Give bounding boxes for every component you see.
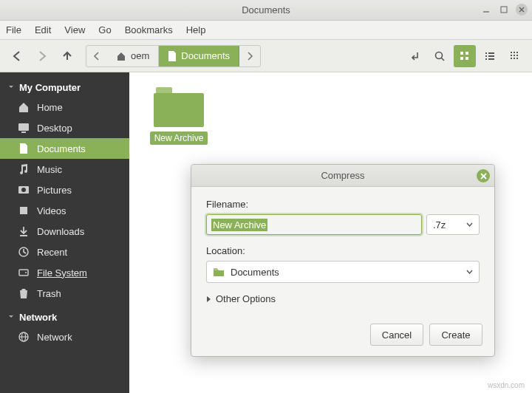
menu-help[interactable]: Help xyxy=(186,24,206,35)
sidebar-item-label: Videos xyxy=(37,205,66,216)
sidebar-item-documents[interactable]: Documents xyxy=(0,138,129,159)
up-button[interactable] xyxy=(56,45,78,67)
svg-rect-10 xyxy=(485,52,487,54)
sidebar-item-label: Desktop xyxy=(37,123,72,134)
sidebar-item-label: Documents xyxy=(37,143,86,154)
sidebar-item-label: File System xyxy=(37,267,87,278)
menu-edit[interactable]: Edit xyxy=(35,24,51,35)
svg-rect-13 xyxy=(488,55,494,57)
filename-label: Filename: xyxy=(206,199,480,210)
home-icon xyxy=(18,101,30,113)
sidebar-header-computer[interactable]: My Computer xyxy=(0,78,129,97)
sidebar-item-downloads[interactable]: Downloads xyxy=(0,221,129,242)
sidebar-header-network-label: Network xyxy=(19,312,57,323)
recent-icon xyxy=(18,246,30,258)
location-label: Location: xyxy=(206,245,480,256)
desktop-icon xyxy=(18,122,30,134)
svg-rect-18 xyxy=(516,52,518,53)
filename-input[interactable]: New Archive xyxy=(206,214,422,235)
sidebar-item-music[interactable]: Music xyxy=(0,159,129,180)
path-prev-button[interactable] xyxy=(86,52,107,61)
sidebar-item-home[interactable]: Home xyxy=(0,97,129,117)
chevron-right-icon xyxy=(206,295,211,303)
other-options-expander[interactable]: Other Options xyxy=(206,293,480,304)
menubar: File Edit View Go Bookmarks Help xyxy=(0,21,532,40)
svg-rect-8 xyxy=(460,57,463,60)
search-button[interactable] xyxy=(429,45,451,67)
dialog-close-button[interactable] xyxy=(477,169,490,182)
sidebar-item-label: Trash xyxy=(37,288,61,299)
watermark: wsxdn.com xyxy=(488,381,525,389)
folder-small-icon xyxy=(213,267,225,277)
dialog-titlebar[interactable]: Compress xyxy=(191,165,494,187)
list-view-button[interactable] xyxy=(479,45,501,67)
folder-item[interactable]: New Archive xyxy=(144,87,214,145)
extension-value: .7z xyxy=(433,219,446,230)
svg-rect-31 xyxy=(27,207,29,214)
sidebar-item-pictures[interactable]: Pictures xyxy=(0,180,129,200)
sidebar-item-label: Recent xyxy=(37,247,67,258)
videos-icon xyxy=(18,205,30,216)
dialog-title: Compress xyxy=(321,170,364,181)
path-next-button[interactable] xyxy=(239,52,260,61)
maximize-button[interactable] xyxy=(498,4,510,16)
sidebar-item-recent[interactable]: Recent xyxy=(0,242,129,262)
svg-rect-7 xyxy=(466,52,468,55)
pathbar: oem Documents xyxy=(86,45,261,67)
svg-rect-22 xyxy=(511,58,512,59)
svg-rect-14 xyxy=(485,58,487,60)
back-button[interactable] xyxy=(6,45,28,67)
folder-icon xyxy=(154,87,204,127)
svg-rect-30 xyxy=(18,207,20,214)
menu-file[interactable]: File xyxy=(6,24,21,35)
menu-go[interactable]: Go xyxy=(98,24,111,35)
svg-rect-24 xyxy=(516,58,518,59)
path-seg-current[interactable]: Documents xyxy=(159,46,239,66)
menu-bookmarks[interactable]: Bookmarks xyxy=(125,24,173,35)
icon-view-button[interactable] xyxy=(454,45,476,67)
cancel-button[interactable]: Cancel xyxy=(370,324,423,346)
location-combo[interactable]: Documents xyxy=(206,261,480,283)
toolbar: oem Documents xyxy=(0,40,532,72)
sidebar-item-filesystem[interactable]: File System xyxy=(0,262,129,283)
pictures-icon xyxy=(18,184,30,196)
music-icon xyxy=(18,163,30,175)
extension-combo[interactable]: .7z xyxy=(426,214,480,235)
svg-rect-15 xyxy=(488,58,494,60)
sidebar-item-videos[interactable]: Videos xyxy=(0,200,129,221)
chevron-down-icon xyxy=(466,270,473,274)
window-titlebar: Documents xyxy=(0,0,532,21)
sidebar-item-label: Network xyxy=(37,332,72,343)
svg-rect-21 xyxy=(516,55,518,56)
path-home-label: oem xyxy=(131,50,149,61)
svg-rect-23 xyxy=(514,58,515,59)
sidebar-item-network[interactable]: Network xyxy=(0,327,129,347)
svg-rect-17 xyxy=(514,52,515,53)
sidebar-item-desktop[interactable]: Desktop xyxy=(0,117,129,138)
sidebar-item-label: Downloads xyxy=(37,226,84,237)
svg-rect-20 xyxy=(514,55,515,56)
minimize-button[interactable] xyxy=(480,4,492,16)
forward-button[interactable] xyxy=(31,45,53,67)
compact-view-button[interactable] xyxy=(504,45,526,67)
svg-rect-1 xyxy=(501,7,507,13)
sidebar-item-trash[interactable]: Trash xyxy=(0,283,129,304)
home-icon xyxy=(116,51,126,61)
location-value: Documents xyxy=(231,267,279,278)
svg-point-28 xyxy=(21,188,26,192)
svg-rect-26 xyxy=(21,131,26,133)
create-button[interactable]: Create xyxy=(429,324,482,346)
disk-icon xyxy=(18,267,30,278)
folder-label: New Archive xyxy=(150,131,208,145)
close-button[interactable] xyxy=(516,4,528,16)
menu-view[interactable]: View xyxy=(64,24,85,35)
sidebar-header-network[interactable]: Network xyxy=(0,308,129,327)
svg-rect-33 xyxy=(19,270,28,276)
network-icon xyxy=(18,331,30,343)
toggle-location-button[interactable] xyxy=(403,45,426,67)
sidebar-item-label: Pictures xyxy=(37,185,72,196)
path-seg-home[interactable]: oem xyxy=(107,46,159,66)
sidebar-header-computer-label: My Computer xyxy=(19,82,81,93)
svg-rect-40 xyxy=(214,268,217,270)
svg-point-34 xyxy=(25,272,27,273)
